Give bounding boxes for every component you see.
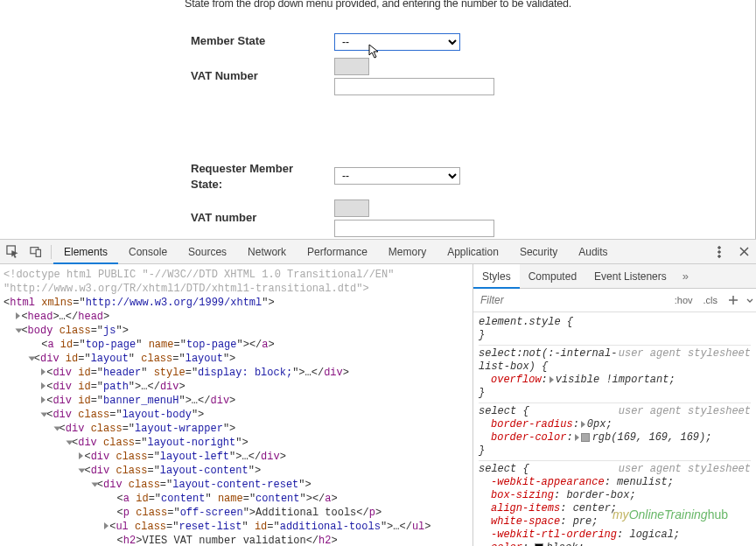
vat-number-input[interactable] xyxy=(334,78,494,95)
tab-console[interactable]: Console xyxy=(118,240,178,264)
requester-state-select[interactable]: -- xyxy=(334,167,460,185)
cls-toggle[interactable]: .cls xyxy=(698,289,724,312)
tab-elements[interactable]: Elements xyxy=(53,240,118,264)
styles-filter-row: :hov .cls xyxy=(473,289,756,312)
styles-rules[interactable]: element.style { } user agent stylesheets… xyxy=(473,312,756,546)
member-state-label: Member State xyxy=(191,34,331,47)
svg-point-4 xyxy=(718,250,721,253)
requester-state-row: Requester Member State: xyxy=(191,161,331,192)
styles-panel: Styles Computed Event Listeners » :hov .… xyxy=(473,264,756,546)
divider xyxy=(51,245,52,259)
devtools: Elements Console Sources Network Perform… xyxy=(0,239,756,546)
member-state-select[interactable]: -- xyxy=(334,33,460,51)
vat-number2-row: VAT number xyxy=(191,211,331,224)
styles-tab-styles[interactable]: Styles xyxy=(473,264,520,289)
tab-network[interactable]: Network xyxy=(237,240,297,264)
tab-security[interactable]: Security xyxy=(509,240,568,264)
intro-text: State from the drop down menu provided, … xyxy=(185,0,571,10)
devtools-toolbar: Elements Console Sources Network Perform… xyxy=(0,240,756,264)
vat-number-label: VAT Number xyxy=(191,69,331,82)
vat-number2-input[interactable] xyxy=(334,220,494,237)
tab-application[interactable]: Application xyxy=(437,240,509,264)
dom-tree[interactable]: <!doctype html PUBLIC "-//W3C//DTD XHTML… xyxy=(0,264,473,546)
tab-memory[interactable]: Memory xyxy=(378,240,437,264)
vat2-prefix-box xyxy=(334,200,369,217)
tab-performance[interactable]: Performance xyxy=(297,240,378,264)
svg-rect-2 xyxy=(36,249,40,256)
vat-number-row: VAT Number xyxy=(191,69,331,82)
tab-audits[interactable]: Audits xyxy=(568,240,618,264)
vat-number2-label: VAT number xyxy=(191,211,331,224)
svg-point-5 xyxy=(718,255,721,257)
member-state-row: Member State xyxy=(191,34,331,47)
styles-tab-listeners[interactable]: Event Listeners xyxy=(585,264,676,289)
chevron-right-icon[interactable]: » xyxy=(676,264,696,289)
inspect-icon[interactable] xyxy=(0,240,24,264)
styles-tabs: Styles Computed Event Listeners » xyxy=(473,264,756,289)
vat-prefix-box xyxy=(334,58,369,75)
kebab-menu-icon[interactable] xyxy=(707,240,732,264)
new-style-rule-icon[interactable] xyxy=(723,289,744,312)
requester-state-label: Requester Member State: xyxy=(191,161,331,192)
tab-sources[interactable]: Sources xyxy=(178,240,237,264)
chevron-down-icon[interactable] xyxy=(744,289,756,312)
web-page: State from the drop down menu provided, … xyxy=(0,0,756,239)
hov-toggle[interactable]: :hov xyxy=(669,289,698,312)
close-icon[interactable] xyxy=(732,240,756,264)
styles-tab-computed[interactable]: Computed xyxy=(520,264,585,289)
styles-filter-input[interactable] xyxy=(473,289,669,312)
svg-point-3 xyxy=(718,246,721,248)
device-toggle-icon[interactable] xyxy=(24,240,49,264)
